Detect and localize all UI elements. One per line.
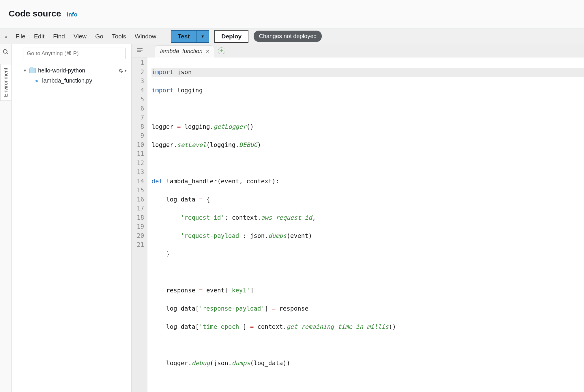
test-dropdown-button[interactable]: ▼ — [196, 30, 209, 43]
ide-area: Environment ▼ hello-world-python ▼ ◦▸ la… — [0, 44, 584, 392]
menu-go[interactable]: Go — [95, 33, 103, 40]
menu-window[interactable]: Window — [135, 33, 156, 40]
editor-tab-lambda-function[interactable]: lambda_function ✕ — [155, 45, 214, 57]
folder-label: hello-world-python — [38, 67, 85, 74]
svg-line-1 — [6, 53, 8, 54]
test-button[interactable]: Test — [171, 30, 196, 43]
svg-point-0 — [3, 50, 7, 53]
menu-find[interactable]: Find — [53, 33, 65, 40]
file-label: lambda_function.py — [42, 77, 92, 84]
gear-icon[interactable]: ▼ — [118, 68, 127, 73]
menu-file[interactable]: File — [16, 33, 25, 40]
left-gutter: Environment — [0, 44, 12, 392]
menu-tools[interactable]: Tools — [112, 33, 126, 40]
close-tab-icon[interactable]: ✕ — [205, 48, 210, 55]
menu-edit[interactable]: Edit — [34, 33, 44, 40]
collapse-toolbar-icon[interactable]: ▲ — [2, 34, 10, 39]
test-button-group: Test ▼ — [171, 30, 209, 43]
page-title: Code source — [9, 9, 61, 18]
menu-view[interactable]: View — [74, 33, 87, 40]
tree-root-folder[interactable]: ▼ hello-world-python ▼ — [22, 66, 128, 76]
search-icon[interactable] — [3, 48, 9, 57]
line-gutter: 123456789101112131415161718192021 — [132, 57, 147, 392]
file-explorer: ▼ hello-world-python ▼ ◦▸ lambda_functio… — [12, 44, 132, 392]
file-tree: ▼ hello-world-python ▼ ◦▸ lambda_functio… — [12, 63, 131, 86]
add-tab-button[interactable]: + — [218, 47, 225, 54]
action-buttons: Test ▼ Deploy Changes not deployed — [171, 30, 322, 43]
tab-label: lambda_function — [160, 48, 203, 55]
folder-icon — [29, 68, 36, 73]
svg-rect-3 — [137, 50, 143, 51]
python-file-icon: ◦▸ — [33, 78, 40, 84]
svg-rect-4 — [137, 51, 141, 52]
deploy-button[interactable]: Deploy — [214, 30, 248, 43]
code-source-header: Code source Info — [0, 0, 584, 29]
goto-anything-input[interactable] — [23, 48, 126, 59]
changes-not-deployed-badge: Changes not deployed — [254, 31, 322, 42]
menu-bar: File Edit Find View Go Tools Window — [16, 33, 156, 40]
code-editor[interactable]: 123456789101112131415161718192021 import… — [132, 57, 584, 392]
info-link[interactable]: Info — [67, 11, 78, 18]
tab-bar: lambda_function ✕ + — [132, 44, 584, 57]
svg-rect-2 — [137, 48, 143, 49]
editor-panel: lambda_function ✕ + 12345678910111213141… — [132, 44, 584, 392]
tab-list-icon[interactable] — [137, 47, 143, 54]
ide-toolbar: ▲ File Edit Find View Go Tools Window Te… — [0, 29, 584, 44]
code-content[interactable]: import json import logging logger = logg… — [147, 57, 584, 392]
environment-tab[interactable]: Environment — [0, 64, 11, 101]
tree-file-lambda[interactable]: ◦▸ lambda_function.py — [22, 76, 128, 86]
caret-down-icon: ▼ — [23, 68, 27, 73]
